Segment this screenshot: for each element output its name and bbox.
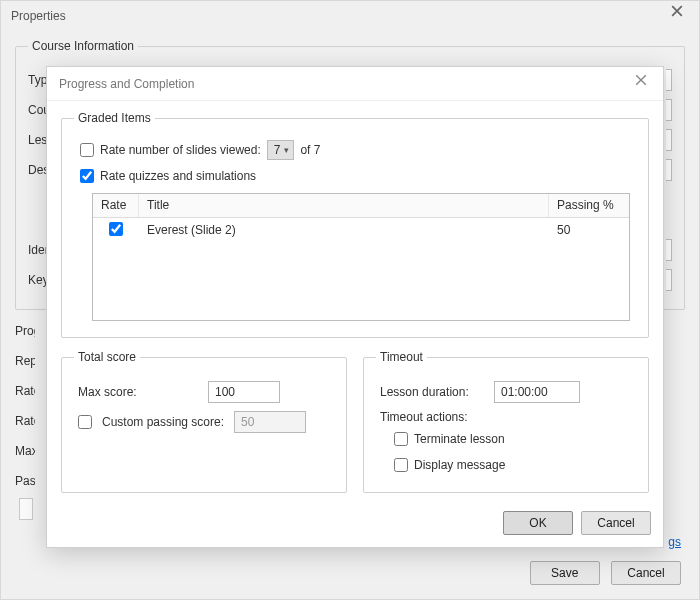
- row-title-cell: Everest (Slide 2): [139, 219, 549, 241]
- rate-quizzes-row: Rate quizzes and simulations: [80, 165, 636, 187]
- max-score-label: Max score:: [78, 385, 198, 399]
- close-icon[interactable]: [671, 5, 691, 25]
- slides-count-select[interactable]: 7 ▾: [267, 140, 295, 160]
- properties-cancel-button[interactable]: Cancel: [611, 561, 681, 585]
- dialog-cancel-button[interactable]: Cancel: [581, 511, 651, 535]
- properties-buttons: Save Cancel: [522, 561, 681, 585]
- rate-slides-label: Rate number of slides viewed:: [100, 143, 261, 157]
- graded-items-table: Rate Title Passing % Everest (Slide 2) 5…: [92, 193, 630, 321]
- row-passing-cell: 50: [549, 219, 629, 241]
- custom-passing-row: Custom passing score: 50: [78, 410, 334, 434]
- rate-slides-row: Rate number of slides viewed: 7 ▾ of 7: [80, 139, 636, 161]
- col-rate[interactable]: Rate: [93, 194, 139, 217]
- custom-passing-label: Custom passing score:: [102, 415, 224, 429]
- dialog-buttons: OK Cancel: [47, 505, 663, 547]
- max-score-field[interactable]: 100: [208, 381, 280, 403]
- total-score-group: Total score Max score: 100 Custom passin…: [61, 350, 347, 493]
- graded-items-group: Graded Items Rate number of slides viewe…: [61, 111, 649, 338]
- lesson-duration-label: Lesson duration:: [380, 385, 484, 399]
- custom-passing-field: 50: [234, 411, 306, 433]
- chevron-down-icon: ▾: [284, 145, 289, 155]
- properties-title: Properties: [11, 9, 66, 23]
- max-score-row: Max score: 100: [78, 380, 334, 404]
- col-title[interactable]: Title: [139, 194, 549, 217]
- rate-quizzes-checkbox[interactable]: [80, 169, 94, 183]
- course-info-legend: Course Information: [28, 39, 138, 53]
- slides-of-label: of 7: [300, 143, 320, 157]
- row-rate-cell: [93, 218, 139, 243]
- progress-completion-dialog: Progress and Completion Graded Items Rat…: [46, 66, 664, 548]
- display-message-row: Display message: [394, 454, 636, 476]
- properties-titlebar: Properties: [1, 1, 699, 31]
- save-button[interactable]: Save: [530, 561, 600, 585]
- dialog-close-icon[interactable]: [635, 74, 653, 92]
- pass-field-stub: [19, 498, 33, 520]
- display-message-label: Display message: [414, 458, 505, 472]
- custom-passing-checkbox[interactable]: [78, 415, 92, 429]
- lesson-duration-row: Lesson duration: 01:00:00: [380, 380, 636, 404]
- terminate-lesson-label: Terminate lesson: [414, 432, 505, 446]
- terminate-lesson-checkbox[interactable]: [394, 432, 408, 446]
- total-score-legend: Total score: [74, 350, 140, 364]
- timeout-group: Timeout Lesson duration: 01:00:00 Timeou…: [363, 350, 649, 493]
- display-message-checkbox[interactable]: [394, 458, 408, 472]
- row-rate-checkbox[interactable]: [109, 222, 123, 236]
- table-header: Rate Title Passing %: [93, 194, 629, 218]
- settings-link-tail[interactable]: gs: [668, 535, 681, 549]
- dialog-titlebar: Progress and Completion: [47, 67, 663, 101]
- lesson-duration-field[interactable]: 01:00:00: [494, 381, 580, 403]
- rate-slides-checkbox[interactable]: [80, 143, 94, 157]
- timeout-actions-label: Timeout actions:: [380, 410, 636, 424]
- col-passing[interactable]: Passing %: [549, 194, 629, 217]
- rate-quizzes-label: Rate quizzes and simulations: [100, 169, 256, 183]
- ok-button[interactable]: OK: [503, 511, 573, 535]
- terminate-lesson-row: Terminate lesson: [394, 428, 636, 450]
- dialog-title: Progress and Completion: [59, 77, 194, 91]
- table-row[interactable]: Everest (Slide 2) 50: [93, 218, 629, 242]
- slides-count-value: 7: [274, 143, 281, 157]
- timeout-legend: Timeout: [376, 350, 427, 364]
- graded-items-legend: Graded Items: [74, 111, 155, 125]
